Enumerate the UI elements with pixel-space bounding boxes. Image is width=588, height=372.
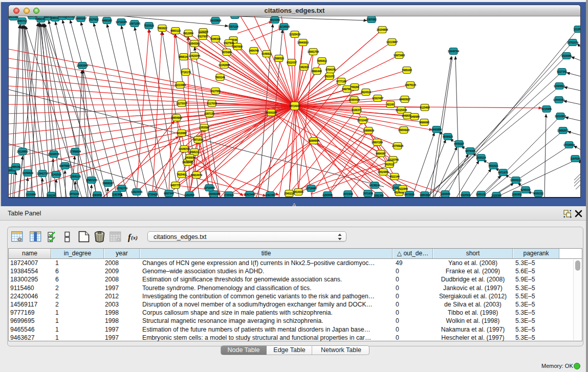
svg-text:1984392: 1984392 bbox=[420, 193, 430, 196]
svg-text:9329986: 9329986 bbox=[561, 54, 572, 57]
svg-text:1065326: 1065326 bbox=[65, 16, 75, 18]
svg-text:9186372: 9186372 bbox=[352, 108, 362, 112]
svg-text:13716485: 13716485 bbox=[204, 186, 215, 189]
svg-text:9896141: 9896141 bbox=[179, 55, 189, 58]
svg-text:20206576: 20206576 bbox=[48, 152, 59, 156]
svg-text:4055712: 4055712 bbox=[17, 19, 27, 23]
svg-text:9457771: 9457771 bbox=[170, 184, 181, 187]
svg-text:10653267: 10653267 bbox=[75, 17, 86, 20]
svg-text:1167534: 1167534 bbox=[570, 157, 580, 160]
svg-text:12823448: 12823448 bbox=[244, 193, 255, 196]
svg-text:7515526: 7515526 bbox=[144, 24, 154, 27]
svg-text:11173007: 11173007 bbox=[176, 102, 187, 105]
svg-text:1603389: 1603389 bbox=[9, 16, 18, 18]
svg-text:8473936: 8473936 bbox=[404, 193, 415, 196]
svg-text:16154808: 16154808 bbox=[377, 28, 388, 31]
svg-text:7632621: 7632621 bbox=[488, 164, 498, 167]
svg-text:8813054: 8813054 bbox=[270, 18, 280, 21]
svg-text:26126650: 26126650 bbox=[17, 150, 28, 153]
svg-text:2293844: 2293844 bbox=[322, 193, 333, 196]
svg-text:12505135: 12505135 bbox=[70, 175, 81, 178]
svg-text:10958283: 10958283 bbox=[208, 192, 220, 195]
svg-text:13975115: 13975115 bbox=[405, 83, 416, 86]
svg-text:1588520: 1588520 bbox=[274, 57, 284, 60]
svg-text:10973493: 10973493 bbox=[394, 54, 405, 57]
svg-text:10782759: 10782759 bbox=[116, 187, 127, 190]
svg-text:746266: 746266 bbox=[351, 85, 359, 89]
svg-text:12093822: 12093822 bbox=[554, 84, 565, 87]
svg-text:9777169: 9777169 bbox=[336, 80, 346, 83]
svg-text:14136141: 14136141 bbox=[369, 184, 380, 187]
svg-text:16961758: 16961758 bbox=[308, 50, 319, 53]
svg-text:18724007: 18724007 bbox=[289, 104, 300, 107]
svg-text:9245032: 9245032 bbox=[520, 188, 531, 191]
svg-text:3624514: 3624514 bbox=[361, 91, 371, 94]
svg-text:1023954: 1023954 bbox=[26, 193, 36, 196]
svg-text:12444150: 12444150 bbox=[553, 98, 564, 101]
svg-text:1141519: 1141519 bbox=[51, 173, 61, 176]
svg-text:18807289: 18807289 bbox=[372, 141, 383, 144]
svg-text:9327508: 9327508 bbox=[224, 41, 234, 45]
svg-text:90975887: 90975887 bbox=[59, 164, 71, 167]
svg-text:17359924: 17359924 bbox=[70, 150, 81, 153]
svg-text:15692971: 15692971 bbox=[557, 129, 569, 132]
svg-text:1916682: 1916682 bbox=[177, 132, 187, 135]
svg-text:2718179: 2718179 bbox=[181, 71, 191, 74]
svg-text:22420046: 22420046 bbox=[189, 54, 200, 57]
svg-text:11156829: 11156829 bbox=[22, 171, 33, 174]
svg-text:12213967: 12213967 bbox=[386, 40, 398, 43]
svg-text:8660123: 8660123 bbox=[170, 29, 181, 32]
svg-text:8117008: 8117008 bbox=[207, 102, 216, 105]
svg-text:10671355: 10671355 bbox=[129, 22, 140, 25]
svg-text:20364416: 20364416 bbox=[349, 98, 360, 101]
svg-text:16648784: 16648784 bbox=[448, 50, 459, 53]
svg-text:7485063: 7485063 bbox=[402, 69, 412, 72]
svg-text:9035152: 9035152 bbox=[533, 192, 543, 195]
svg-text:2409934: 2409934 bbox=[185, 156, 195, 159]
svg-text:7663822: 7663822 bbox=[157, 27, 167, 30]
svg-text:7949584: 7949584 bbox=[409, 115, 420, 118]
svg-text:17016504: 17016504 bbox=[563, 143, 575, 146]
svg-text:1522844: 1522844 bbox=[398, 187, 408, 190]
svg-text:1621072: 1621072 bbox=[324, 75, 335, 78]
svg-text:1879203: 1879203 bbox=[69, 192, 79, 195]
svg-text:9884067: 9884067 bbox=[376, 152, 386, 155]
svg-text:10543362: 10543362 bbox=[189, 42, 200, 45]
svg-text:62160: 62160 bbox=[387, 103, 394, 106]
svg-text:1065322: 1065322 bbox=[230, 16, 240, 17]
svg-text:1092383: 1092383 bbox=[265, 193, 275, 196]
svg-text:13524851: 13524851 bbox=[378, 170, 389, 173]
svg-text:(x): (x) bbox=[131, 234, 138, 241]
svg-text:9327552: 9327552 bbox=[210, 90, 221, 93]
svg-text:2485061: 2485061 bbox=[11, 165, 21, 168]
svg-text:7625402: 7625402 bbox=[177, 173, 187, 176]
svg-text:5871834: 5871834 bbox=[193, 138, 203, 141]
svg-text:12213383: 12213383 bbox=[175, 83, 186, 86]
svg-text:15720407: 15720407 bbox=[357, 119, 368, 122]
svg-text:4522144: 4522144 bbox=[389, 175, 400, 178]
svg-text:2093852: 2093852 bbox=[512, 193, 522, 196]
svg-text:10046706: 10046706 bbox=[179, 147, 190, 150]
svg-text:9498212: 9498212 bbox=[189, 150, 200, 154]
svg-text:9474444: 9474444 bbox=[465, 149, 475, 152]
svg-text:10307457: 10307457 bbox=[372, 97, 383, 100]
svg-text:16210643: 16210643 bbox=[555, 115, 566, 118]
svg-text:1615112: 1615112 bbox=[384, 163, 394, 166]
svg-text:17957253: 17957253 bbox=[86, 179, 97, 182]
svg-text:6466160: 6466160 bbox=[102, 19, 112, 22]
svg-text:10719185: 10719185 bbox=[116, 20, 127, 24]
svg-text:19463627: 19463627 bbox=[399, 98, 410, 101]
svg-text:12942737: 12942737 bbox=[37, 172, 48, 175]
svg-text:8322037: 8322037 bbox=[287, 61, 297, 64]
svg-text:1292854: 1292854 bbox=[184, 193, 194, 196]
svg-text:13716485: 13716485 bbox=[306, 187, 317, 190]
svg-text:8837344: 8837344 bbox=[164, 192, 174, 195]
svg-text:9227342: 9227342 bbox=[557, 70, 567, 73]
svg-text:1353599: 1353599 bbox=[199, 126, 209, 129]
svg-text:10688609: 10688609 bbox=[363, 129, 374, 132]
svg-text:6479197: 6479197 bbox=[454, 142, 464, 145]
svg-text:13654923: 13654923 bbox=[398, 128, 409, 132]
svg-text:3454749: 3454749 bbox=[249, 49, 259, 52]
svg-text:19218506: 19218506 bbox=[278, 25, 290, 28]
svg-text:18300295: 18300295 bbox=[266, 111, 277, 114]
